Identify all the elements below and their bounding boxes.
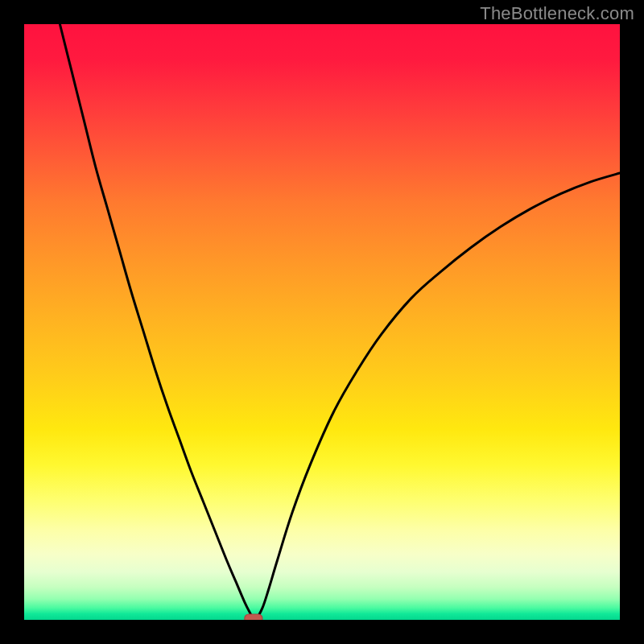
watermark-text: TheBottleneck.com [480, 3, 634, 24]
bottleneck-curve [60, 24, 620, 620]
chart-svg [24, 24, 620, 620]
plot-area [24, 24, 620, 620]
outer-frame: TheBottleneck.com [0, 0, 644, 644]
minimum-marker [245, 614, 262, 620]
